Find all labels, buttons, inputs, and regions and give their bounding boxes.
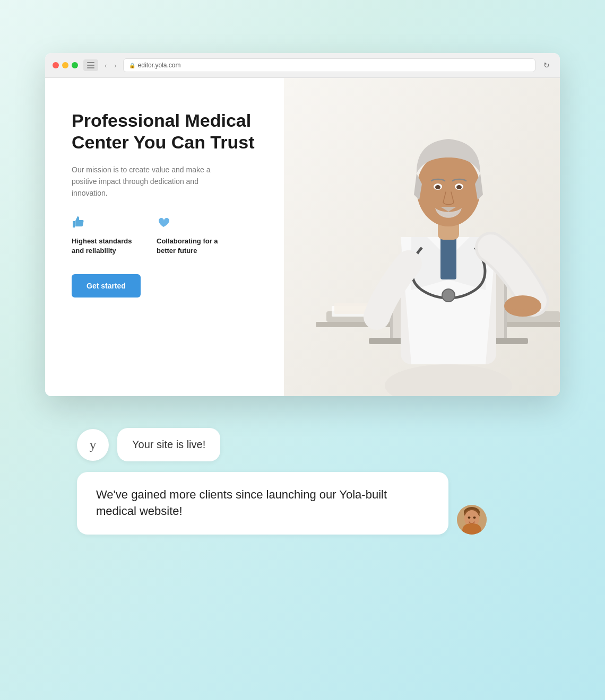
svg-rect-2 (87, 67, 94, 68)
lock-icon: 🔒 (129, 63, 135, 68)
chat-message-user: We've gained more clients since launchin… (77, 472, 528, 535)
minimize-button[interactable] (62, 62, 68, 68)
maximize-button[interactable] (72, 62, 78, 68)
svg-point-29 (468, 517, 471, 519)
heart-icon (157, 215, 226, 232)
hero-right: Unaplura Unaplura Unaplura Unaplura Unap… (284, 78, 560, 396)
svg-rect-25 (531, 301, 536, 309)
sidebar-toggle-button[interactable] (83, 59, 98, 71)
svg-rect-1 (87, 65, 94, 66)
svg-point-18 (435, 185, 440, 189)
reload-button[interactable]: ↻ (541, 59, 552, 71)
chat-message-yola: y Your site is live! (77, 428, 528, 461)
yola-avatar: y (77, 429, 109, 461)
svg-point-30 (473, 517, 476, 519)
website-content: Professional Medical Center You Can Trus… (45, 78, 560, 396)
hero-subtitle: Our mission is to create value and make … (72, 164, 231, 199)
feature-2: Collaborating for a better future (157, 215, 226, 256)
features-row: Highest standards and reliability Collab… (72, 215, 257, 256)
get-started-button[interactable]: Get started (72, 274, 141, 298)
yola-message-bubble: Your site is live! (117, 428, 220, 461)
svg-rect-0 (87, 62, 94, 63)
user-message-bubble: We've gained more clients since launchin… (77, 472, 448, 535)
url-text: editor.yola.com (138, 62, 181, 69)
svg-rect-24 (523, 300, 529, 310)
feature-1-label: Highest standards and reliability (72, 237, 141, 256)
forward-button[interactable]: › (113, 62, 117, 69)
svg-rect-23 (515, 300, 521, 310)
chat-section: y Your site is live! We've gained more c… (45, 407, 560, 566)
user-avatar (457, 505, 487, 535)
hero-title: Professional Medical Center You Can Trus… (72, 110, 257, 153)
svg-point-14 (442, 289, 455, 302)
traffic-lights (53, 62, 78, 68)
svg-rect-22 (507, 301, 513, 310)
address-bar[interactable]: 🔒 editor.yola.com (123, 58, 535, 72)
feature-1: Highest standards and reliability (72, 215, 141, 256)
browser-chrome: ‹ › 🔒 editor.yola.com ↻ (45, 53, 560, 78)
svg-rect-13 (440, 237, 456, 279)
doctor-illustration (284, 78, 560, 396)
feature-2-label: Collaborating for a better future (157, 237, 226, 256)
svg-point-20 (456, 185, 462, 189)
back-button[interactable]: ‹ (103, 62, 108, 69)
thumbs-up-icon (72, 215, 141, 232)
hero-left: Professional Medical Center You Can Trus… (45, 78, 284, 396)
doctor-image: Unaplura Unaplura Unaplura Unaplura Unap… (284, 78, 560, 396)
browser-window: ‹ › 🔒 editor.yola.com ↻ Professional Med… (45, 53, 560, 396)
close-button[interactable] (53, 62, 59, 68)
